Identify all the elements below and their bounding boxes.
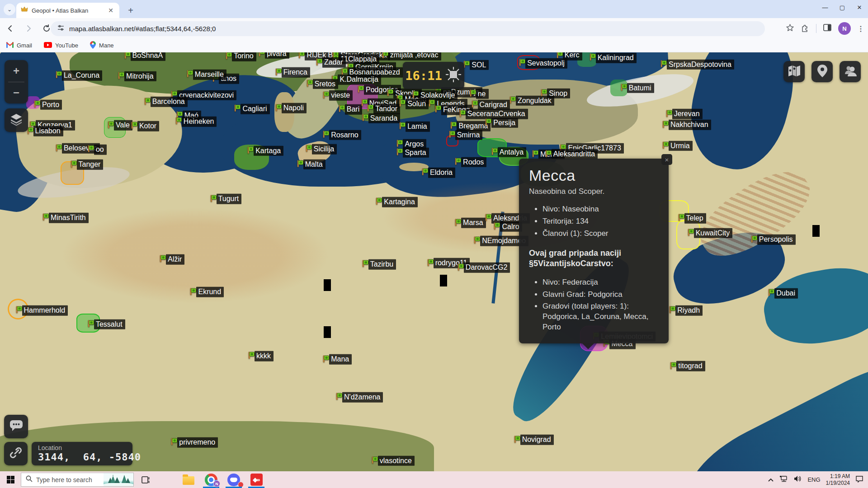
map-marker-jerevan[interactable]: Jerevan [665,109,703,119]
extensions-icon[interactable] [801,23,810,34]
map-marker-mitrohija[interactable]: Mitrohija [117,71,156,82]
map-marker-sol[interactable]: SOL [462,60,489,70]
map-marker-minastirith[interactable]: MinasTirith [42,213,89,223]
map-marker-kartagina[interactable]: Kartagina [375,197,418,207]
map-marker-pivara[interactable]: pivara [258,52,289,59]
map-marker-zmijata-etovac[interactable]: zmijata ,etovac [381,52,441,61]
maps-list-button[interactable] [783,61,805,82]
map-marker-riyadh[interactable]: Riyadh [668,305,703,316]
map-marker-calro[interactable]: Calro [493,221,522,232]
map-marker-tanger[interactable]: Tanger [70,160,104,170]
map-marker-solun[interactable]: Solun [398,99,429,109]
map-marker-la-coruna[interactable]: La_Coruna [55,70,102,81]
map-marker-sparta[interactable]: Sparta [396,147,429,158]
back-button[interactable] [3,21,18,36]
map-marker-boshnaa[interactable]: BoShnaA [123,52,166,61]
action-center-icon[interactable] [855,475,863,484]
map-marker-persija[interactable]: Persija [484,117,518,128]
search-highlight-image[interactable] [104,473,133,486]
map-marker-aleksandritta[interactable]: Aleksandritta [544,149,598,160]
map-marker-sevastopolj[interactable]: Sevastopolj [518,58,567,69]
map-marker-barcelona[interactable]: Barcelona [143,97,188,107]
map-viewport[interactable]: BoShnaATorinopivaraRIJEk BStaraGradiskaz… [0,52,868,471]
popup-close-button[interactable]: × [661,154,672,165]
map-marker-lisabon[interactable]: Lisabon [26,126,63,136]
map-marker-vlasotince[interactable]: vlasotince [371,456,415,466]
site-info-icon[interactable] [57,24,65,33]
map-marker-carigrad[interactable]: Carigrad [471,100,510,110]
map-marker-privremeno[interactable]: privremeno [170,437,218,448]
map-marker-srpskadespotovina[interactable]: SrpskaDespotovina [660,60,734,70]
map-marker-vieste[interactable]: vieste [322,90,353,101]
layers-button[interactable] [5,108,28,132]
zoom-out-button[interactable]: − [5,82,28,104]
new-tab-button[interactable]: + [125,5,137,16]
map-marker-ne[interactable]: ne [469,89,489,99]
map-marker-mana[interactable]: Mana [322,354,352,365]
map-marker-n-d-amena[interactable]: N'džamena [335,392,383,403]
map-marker-urmia[interactable]: Urmia [661,141,693,151]
map-marker-smirna[interactable]: Smirna [448,130,483,140]
tray-chevron-icon[interactable] [768,476,774,484]
file-explorer-button[interactable] [179,471,198,488]
start-button[interactable] [0,471,21,488]
map-marker-porto[interactable]: Porto [33,100,62,110]
map-marker-k-dalmacija[interactable]: K.Dalmacija [330,75,381,85]
map-marker-saranda[interactable]: Saranda [361,113,401,123]
side-panel-icon[interactable] [823,23,832,34]
tab-close-icon[interactable]: ✕ [107,6,115,14]
map-marker-dubai[interactable]: Dubai [767,288,798,299]
map-marker-persopolis[interactable]: Persopolis [750,235,796,245]
forward-button[interactable] [21,21,36,36]
map-marker-vale[interactable]: Vale [107,120,132,131]
language-indicator[interactable]: ENG [807,476,820,483]
map-marker-al-ir[interactable]: Alžir [159,254,184,265]
map-marker-torino[interactable]: Torino [225,52,256,61]
map-marker-heineken[interactable]: Heineken [175,117,217,127]
map-marker-rodos[interactable]: Rodos [454,157,486,168]
chrome-taskbar-button[interactable]: N [201,471,221,488]
window-maximize-button[interactable]: ▢ [834,0,851,14]
map-marker-tazirbu[interactable]: Tazirbu [361,259,396,270]
bookmark-gmail[interactable]: Gmail [6,42,32,49]
map-marker-titograd[interactable]: titograd [669,361,705,371]
map-marker-sicilija[interactable]: Sicilija [305,144,337,155]
network-icon[interactable] [779,475,788,484]
map-marker-tugurt[interactable]: Tugurt [209,194,242,204]
map-marker-hammerhold[interactable]: Hammerhold [15,305,68,316]
map-marker-ekrund[interactable]: Ekrund [189,287,224,297]
map-marker-batumi[interactable]: Batumi [620,83,654,93]
map-marker-sinop[interactable]: Sinop [540,89,570,99]
window-close-button[interactable]: ✕ [851,0,868,14]
map-marker-kkkk[interactable]: kkkk [247,351,274,361]
map-marker-malta[interactable]: Malta [296,159,326,169]
volume-icon[interactable] [794,475,802,484]
map-marker-tessalut[interactable]: Tessalut [87,319,125,329]
discord-taskbar-button[interactable] [224,471,244,488]
map-marker-marsa[interactable]: Marsa [454,218,486,228]
map-marker-sretos[interactable]: Sretos [306,79,338,89]
map-marker-zadar[interactable]: Zadar [315,57,346,68]
map-marker-firenca[interactable]: Firenca [274,67,310,78]
map-marker-marseille[interactable]: Marseille [186,70,226,80]
chat-button[interactable] [4,415,28,438]
markers-button[interactable] [811,61,833,82]
window-minimize-button[interactable]: — [816,0,834,14]
players-button[interactable] [840,61,861,82]
map-marker-eldoria[interactable]: Eldoria [421,168,455,178]
map-marker-rosarno[interactable]: Rosarno [322,130,361,140]
map-marker-napoli[interactable]: Napoli [274,103,307,113]
url-text[interactable]: mapa.atlasbalkan.net/#atlas;flat;5344,64… [69,25,216,33]
address-bar[interactable]: mapa.atlasbalkan.net/#atlas;flat;5344,64… [51,21,765,36]
browser-tab[interactable]: Geopol • Atlas Balkan ✕ [16,3,119,18]
map-marker-kotor[interactable]: Kotor [130,121,159,131]
bookmark-youtube[interactable]: YouTube [44,42,78,49]
map-marker-novigrad[interactable]: Novigrad [513,435,554,445]
map-marker-oo[interactable]: oo [87,145,107,155]
map-marker-kaliningrad[interactable]: Kaliningrad [589,53,637,63]
map-marker-lamia[interactable]: Lamia [398,122,430,132]
map-marker-nakhchivan[interactable]: Nakhchivan [661,120,711,130]
map-marker-darovaccg2[interactable]: DarovacCG2 [457,263,510,273]
map-marker-telep[interactable]: Telep [677,213,706,224]
map-marker-antalya[interactable]: Antalya [491,147,526,157]
